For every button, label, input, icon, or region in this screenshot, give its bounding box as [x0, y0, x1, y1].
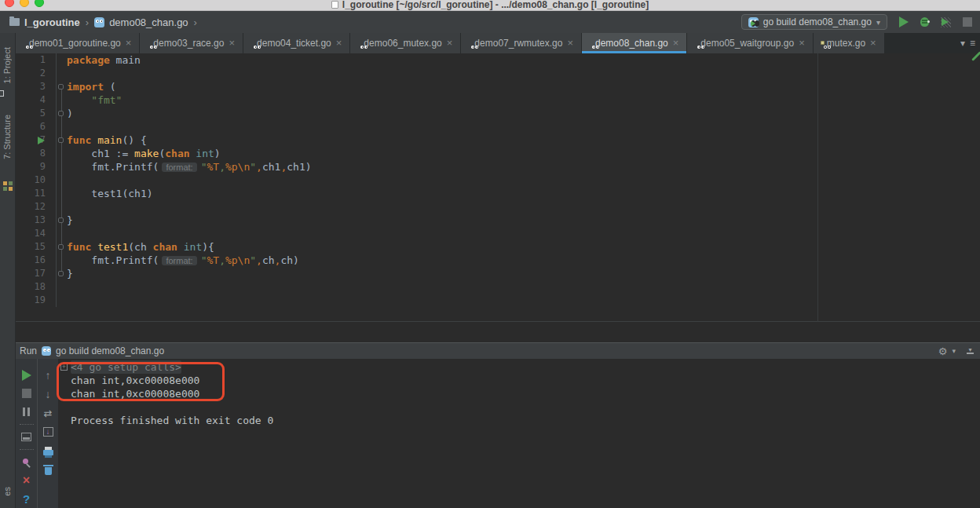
tab-close-icon[interactable]: × — [673, 39, 679, 47]
rerun-button[interactable] — [22, 370, 31, 381]
token: fmt.Printf( — [67, 254, 159, 266]
tab-label: demo07_rwmutex.go — [474, 38, 562, 49]
token: %p\n — [225, 254, 250, 266]
token — [91, 134, 97, 146]
code-text: } — [67, 267, 980, 280]
fold-start-icon[interactable] — [58, 137, 64, 143]
tab-label: demo04_ticket.go — [257, 38, 331, 49]
fold-start-icon[interactable] — [58, 84, 64, 90]
up-stack-trace-button[interactable]: ↑ — [46, 369, 51, 382]
console-gutter — [58, 374, 71, 387]
code-line: 14 — [16, 227, 980, 240]
console-gutter: + — [58, 360, 71, 374]
pin-tab-button[interactable] — [22, 458, 31, 467]
tab-close-icon[interactable]: × — [336, 39, 342, 47]
code-line: 2 — [16, 67, 980, 80]
close-panel-button[interactable]: × — [23, 475, 30, 486]
token: ){ — [202, 241, 214, 253]
help-button[interactable]: ? — [23, 492, 30, 506]
editor-tab-bar: demo01_goroutine.go×demo03_race.go×demo0… — [0, 33, 980, 53]
token: } — [67, 214, 73, 226]
sidebar-item-favorites-partial[interactable]: es — [2, 487, 12, 496]
editor-tab[interactable]: mutex.go× — [814, 33, 884, 53]
sidebar-item-structure[interactable]: 7: Structure — [2, 115, 12, 159]
tab-close-icon[interactable]: × — [229, 39, 235, 47]
tab-close-icon[interactable]: × — [870, 39, 876, 47]
run-config-label: go build demo08_chan.go — [763, 16, 872, 27]
settings-gear-icon[interactable]: ⚙ — [938, 346, 948, 356]
chevron-down-icon: ▾ — [952, 347, 956, 355]
code-editor[interactable]: 1package main23import (4 "fmt"5)67func m… — [16, 53, 980, 322]
console-line: +<4 go setup calls> — [58, 360, 980, 374]
fold-start-icon[interactable] — [58, 244, 64, 250]
tab-close-icon[interactable]: × — [126, 39, 132, 47]
stop-button[interactable] — [963, 17, 972, 27]
fold-end-icon[interactable] — [58, 271, 64, 276]
token: () { — [122, 134, 146, 146]
run-line-icon[interactable] — [38, 137, 45, 144]
run-toolbar-secondary: ↑ ↓ ⇄ ↓ — [37, 359, 58, 508]
breadcrumb-project[interactable]: l_goroutine — [24, 16, 80, 28]
code-text: test1(ch1) — [67, 187, 980, 200]
token: ch — [280, 254, 293, 266]
clear-all-button[interactable] — [45, 467, 52, 475]
tab-label: mutex.go — [827, 38, 865, 49]
print-button[interactable] — [43, 450, 53, 455]
tab-close-icon[interactable]: × — [567, 39, 573, 47]
breadcrumb: l_goroutine › demo08_chan.go › — [0, 16, 741, 28]
code-text: ) — [67, 107, 980, 120]
fold-expand-icon[interactable]: + — [60, 364, 68, 371]
folder-icon — [9, 18, 20, 26]
debug-button[interactable] — [920, 17, 929, 27]
code-line: 4 "fmt" — [16, 93, 980, 107]
fold-end-icon[interactable] — [58, 111, 64, 116]
go-run-icon — [42, 346, 51, 356]
token: test1 — [97, 241, 128, 253]
line-number: 12 — [16, 200, 57, 214]
token: %p\n — [225, 161, 250, 173]
breadcrumb-file[interactable]: demo08_chan.go — [109, 16, 188, 28]
scroll-to-end-button[interactable]: ↓ — [43, 427, 53, 437]
token: import — [67, 81, 104, 93]
editor-tab[interactable]: demo01_goroutine.go× — [16, 33, 139, 53]
run-toolbar-primary: × ? — [16, 359, 37, 508]
editor-tab[interactable]: demo03_race.go× — [140, 33, 243, 53]
hide-panel-button[interactable]: ▾ — [967, 348, 974, 354]
token: ( — [104, 81, 116, 93]
fold-end-icon[interactable] — [58, 217, 64, 223]
editor-lines: 1package main23import (4 "fmt"5)67func m… — [16, 53, 980, 307]
tab-close-icon[interactable]: × — [447, 39, 453, 47]
run-button[interactable] — [899, 16, 909, 27]
run-panel-header[interactable]: Run go build demo08_chan.go ⚙ ▾ ▾ — [16, 343, 980, 359]
editor-tab[interactable]: demo05_waitgroup.go× — [687, 33, 812, 53]
navigation-bar: l_goroutine › demo08_chan.go › go build … — [0, 11, 980, 33]
editor-tab[interactable]: demo08_chan.go× — [582, 33, 686, 53]
chevron-right-icon: › — [194, 16, 197, 28]
run-console-output[interactable]: +<4 go setup calls>chan int,0xc00008e000… — [58, 359, 980, 508]
tabs-list-icon[interactable]: ≡ — [970, 38, 975, 49]
pause-output-button[interactable] — [23, 407, 30, 416]
stop-process-button[interactable] — [22, 389, 31, 398]
line-number: 7 — [16, 133, 57, 147]
run-configuration-select[interactable]: go build demo08_chan.go ▾ — [741, 14, 887, 30]
line-number: 16 — [16, 254, 57, 267]
down-stack-trace-button[interactable]: ↓ — [46, 388, 51, 400]
lock-icon — [821, 41, 825, 45]
token: chan — [153, 241, 177, 253]
run-with-coverage-button[interactable] — [941, 17, 951, 27]
toolbar-separator — [20, 424, 34, 425]
sidebar-item-project[interactable]: 1: Project — [2, 47, 12, 83]
line-number: 17 — [16, 267, 57, 280]
editor-tab[interactable]: demo06_mutex.go× — [350, 33, 460, 53]
token: ) — [67, 108, 73, 119]
tabs-dropdown-icon[interactable]: ▾ — [960, 38, 965, 49]
editor-tab[interactable]: demo04_ticket.go× — [243, 33, 349, 53]
editor-tab[interactable]: demo07_rwmutex.go× — [461, 33, 581, 53]
restore-layout-button[interactable] — [21, 433, 31, 441]
tab-label: demo01_goroutine.go — [29, 38, 121, 49]
soft-wrap-button[interactable]: ⇄ — [44, 407, 53, 419]
line-number: 6 — [16, 120, 57, 133]
token: func — [67, 241, 91, 253]
token: ch1 := — [67, 148, 134, 159]
tab-close-icon[interactable]: × — [799, 39, 805, 47]
